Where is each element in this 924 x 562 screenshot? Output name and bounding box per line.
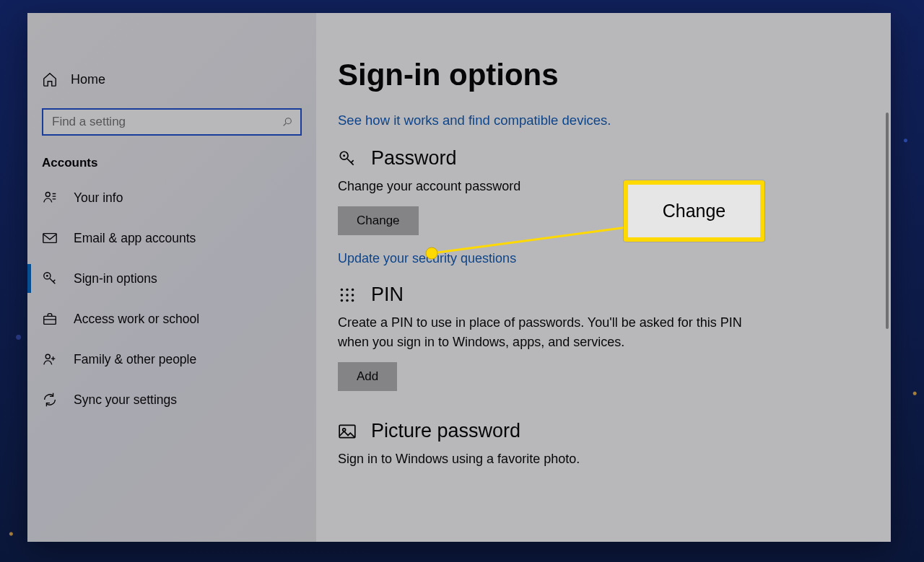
svg-point-10 bbox=[341, 288, 343, 290]
sidebar-item-work-school[interactable]: Access work or school bbox=[27, 299, 316, 339]
sidebar-item-family[interactable]: Family & other people bbox=[27, 339, 316, 379]
svg-rect-6 bbox=[44, 316, 56, 324]
sidebar-item-label: Access work or school bbox=[74, 312, 199, 327]
pin-heading: PIN bbox=[371, 284, 404, 306]
callout-label: Change bbox=[663, 201, 726, 221]
password-heading: Password bbox=[371, 147, 457, 170]
search-field[interactable] bbox=[42, 108, 302, 136]
scrollbar[interactable] bbox=[886, 113, 889, 329]
sidebar-item-sync[interactable]: Sync your settings bbox=[27, 379, 316, 420]
key-icon bbox=[42, 271, 58, 286]
svg-point-17 bbox=[346, 299, 348, 301]
briefcase-icon bbox=[42, 311, 58, 327]
svg-rect-3 bbox=[43, 234, 56, 243]
change-password-button[interactable]: Change bbox=[338, 206, 419, 235]
keypad-icon bbox=[338, 286, 357, 304]
picture-password-section: Picture password Sign in to Windows usin… bbox=[338, 420, 742, 469]
svg-point-14 bbox=[346, 294, 348, 296]
picture-heading: Picture password bbox=[371, 420, 520, 442]
picture-heading-row: Picture password bbox=[338, 420, 742, 442]
svg-point-13 bbox=[341, 294, 343, 296]
sidebar-item-email[interactable]: Email & app accounts bbox=[27, 218, 316, 258]
person-icon bbox=[42, 190, 58, 206]
svg-point-12 bbox=[352, 288, 354, 290]
sidebar-section-label: Accounts bbox=[27, 150, 316, 177]
people-icon bbox=[42, 351, 58, 367]
compatible-devices-link[interactable]: See how it works and find compatible dev… bbox=[338, 113, 891, 128]
home-label: Home bbox=[71, 72, 105, 87]
pin-heading-row: PIN bbox=[338, 284, 742, 306]
svg-point-1 bbox=[285, 118, 291, 124]
add-pin-button[interactable]: Add bbox=[338, 362, 397, 391]
settings-window: Settings Home Accounts bbox=[27, 13, 891, 542]
sidebar-item-your-info[interactable]: Your info bbox=[27, 177, 316, 218]
svg-point-5 bbox=[46, 275, 48, 277]
image-icon bbox=[338, 422, 357, 441]
search-input[interactable] bbox=[51, 114, 282, 130]
sidebar-item-label: Your info bbox=[74, 190, 123, 206]
home-icon bbox=[42, 71, 58, 87]
search-wrap bbox=[27, 97, 316, 150]
mail-icon bbox=[42, 230, 58, 246]
sidebar-item-label: Family & other people bbox=[74, 352, 196, 367]
sidebar-item-label: Email & app accounts bbox=[74, 231, 196, 246]
key-icon bbox=[338, 149, 357, 168]
picture-description: Sign in to Windows using a favorite phot… bbox=[338, 449, 742, 469]
page-title: Sign-in options bbox=[338, 58, 891, 92]
security-questions-link[interactable]: Update your security questions bbox=[338, 251, 742, 266]
svg-point-11 bbox=[346, 288, 348, 290]
pin-description: Create a PIN to use in place of password… bbox=[338, 313, 742, 352]
svg-point-7 bbox=[45, 354, 50, 359]
sidebar-home[interactable]: Home bbox=[27, 62, 316, 97]
sync-icon bbox=[42, 392, 58, 408]
sidebar-item-signin-options[interactable]: Sign-in options bbox=[27, 258, 316, 299]
sidebar-item-label: Sign-in options bbox=[74, 271, 157, 286]
settings-sidebar: Home Accounts Your info Email & app acco… bbox=[27, 13, 316, 542]
svg-point-16 bbox=[341, 299, 343, 301]
svg-point-15 bbox=[352, 294, 354, 296]
change-button-callout: Change bbox=[624, 180, 764, 242]
svg-point-18 bbox=[352, 299, 354, 301]
password-heading-row: Password bbox=[338, 147, 742, 170]
main-panel: Sign-in options See how it works and fin… bbox=[316, 13, 891, 542]
search-icon bbox=[282, 116, 293, 128]
sidebar-item-label: Sync your settings bbox=[74, 392, 177, 408]
svg-point-2 bbox=[45, 192, 50, 196]
pin-section: PIN Create a PIN to use in place of pass… bbox=[338, 284, 742, 391]
svg-point-9 bbox=[343, 154, 345, 157]
